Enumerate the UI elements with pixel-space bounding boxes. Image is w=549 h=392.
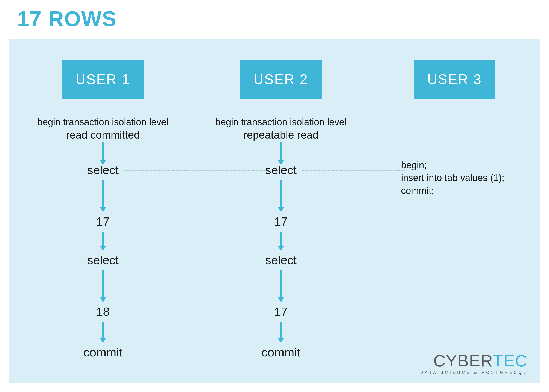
arrow-icon [99, 231, 107, 251]
begin-prefix: begin transaction isolation level [37, 117, 168, 127]
svg-marker-9 [100, 338, 106, 343]
arrow-icon [99, 270, 107, 302]
step-commit: commit [17, 345, 189, 359]
logo-tagline: DATA SCIENCE & POSTGRESQL [420, 370, 528, 375]
step-value: 17 [195, 214, 367, 228]
user-box-1: USER 1 [62, 60, 144, 99]
page-title: 17 ROWS [17, 7, 117, 31]
step-select: select [17, 253, 189, 267]
isolation-level-2: repeatable read [243, 129, 319, 141]
diagram-canvas: USER 1 begin transaction isolation level… [9, 39, 540, 383]
svg-marker-17 [278, 297, 284, 302]
arrow-icon [277, 270, 285, 302]
step-value: 18 [17, 305, 189, 318]
logo-part1: CYBER [433, 351, 493, 370]
arrow-icon [99, 141, 107, 165]
step-value: 17 [195, 305, 367, 318]
step-select: select [17, 163, 189, 177]
step-select: select [195, 253, 367, 267]
svg-marker-3 [100, 207, 106, 212]
arrow-icon [277, 231, 285, 251]
begin-transaction-1: begin transaction isolation level read c… [17, 116, 189, 142]
logo-part2: TEC [493, 351, 528, 370]
step-value: 17 [17, 214, 189, 228]
user3-statements: begin; insert into tab values (1); commi… [401, 159, 504, 197]
stmt-commit: commit; [401, 184, 504, 197]
arrow-icon [99, 322, 107, 343]
user-box-3: USER 3 [414, 60, 495, 99]
user-box-2: USER 2 [240, 60, 322, 99]
svg-marker-15 [278, 246, 284, 251]
step-commit: commit [195, 345, 367, 359]
stmt-insert: insert into tab values (1); [401, 171, 504, 184]
column-user-2: USER 2 begin transaction isolation level… [195, 39, 367, 383]
step-select: select [195, 163, 367, 177]
svg-marker-19 [278, 338, 284, 343]
arrow-icon [277, 141, 285, 165]
svg-marker-5 [100, 246, 106, 251]
svg-marker-13 [278, 207, 284, 212]
column-user-1: USER 1 begin transaction isolation level… [17, 39, 189, 383]
begin-transaction-2: begin transaction isolation level repeat… [195, 116, 367, 142]
column-user-3: USER 3 begin; insert into tab values (1)… [373, 39, 536, 383]
begin-prefix: begin transaction isolation level [215, 117, 347, 127]
stmt-begin: begin; [401, 159, 504, 171]
arrow-icon [99, 180, 107, 212]
svg-marker-7 [100, 297, 106, 302]
isolation-level-1: read committed [66, 129, 140, 141]
arrow-icon [277, 322, 285, 343]
brand-logo: CYBERTEC DATA SCIENCE & POSTGRESQL [420, 352, 528, 375]
arrow-icon [277, 180, 285, 212]
